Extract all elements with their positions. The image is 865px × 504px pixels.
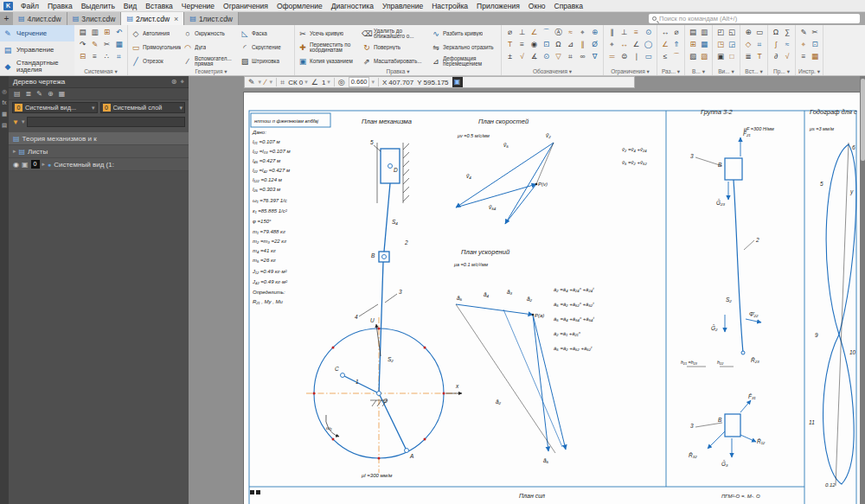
system-toolbar-icon[interactable]: ✂	[101, 39, 112, 50]
current-layer-combo[interactable]: 0Системный слой▾	[100, 102, 186, 113]
group-label-insert[interactable]: Вст... ▾	[740, 68, 767, 75]
constraint-tool-icon[interactable]: ∥	[606, 27, 618, 38]
constraint-tool-icon[interactable]: ↔	[618, 39, 630, 50]
toolbar-icon[interactable]: ⊞	[688, 39, 698, 50]
denotation-tool-icon[interactable]: ⊙	[541, 51, 552, 62]
tree-filter-input[interactable]	[27, 117, 185, 127]
toolbar-icon[interactable]: ▧	[688, 51, 698, 62]
toolbar-icon[interactable]: ≣	[743, 51, 753, 62]
geometry-tool-button[interactable]: ◇Автолиния	[131, 27, 181, 41]
edit-tool-button[interactable]: ✚Переместить по координатам	[298, 41, 360, 54]
group-label-display[interactable]: Ви... ▾	[713, 68, 740, 75]
toolbar-icon[interactable]: ⌗	[754, 39, 765, 50]
toolbar-icon[interactable]: ⌒	[671, 51, 682, 62]
denotation-tool-icon[interactable]: ⊕	[589, 27, 600, 38]
geometry-tool-button[interactable]: ╱Отрезок	[131, 54, 181, 68]
toolbar-icon[interactable]: ◲	[727, 39, 737, 50]
group-label-instruments[interactable]: Инстр. ▾	[796, 68, 823, 75]
denotation-tool-icon[interactable]: ≈	[565, 27, 576, 38]
system-toolbar-icon[interactable]: ↷	[77, 39, 88, 50]
grid-toggle-icon[interactable]: ⌗	[280, 77, 285, 87]
toolbar-icon[interactable]: ▦	[810, 51, 820, 62]
toolbar-icon[interactable]: ◇	[743, 39, 753, 50]
toolbar-icon[interactable]: ⊕	[743, 27, 753, 38]
system-toolbar-icon[interactable]: ↶	[113, 27, 125, 38]
tree-item-document[interactable]: ▤Теория механизмов и к	[9, 132, 189, 145]
system-toolbar-icon[interactable]: ✎	[89, 39, 100, 50]
group-label-applications[interactable]: Пр... ▾	[768, 68, 795, 75]
constraint-tool-icon[interactable]: ∣	[631, 51, 642, 62]
zoom-icon[interactable]: ◎	[338, 77, 345, 87]
filter-funnel-icon[interactable]: ▼	[12, 118, 19, 126]
toolbar-icon[interactable]: √	[782, 51, 792, 62]
toolbar-icon[interactable]: ≡	[798, 51, 809, 62]
constraint-tool-icon[interactable]: ⊜	[618, 51, 630, 62]
drawing-sheet-svg[interactable]: нптош п фжепнюіам вnбfаjПлан механизмаПл…	[244, 93, 862, 504]
constraint-tool-icon[interactable]: ▭	[643, 51, 654, 62]
menu-item[interactable]: Выделить	[77, 0, 119, 12]
denotation-tool-icon[interactable]: ⌗	[565, 51, 576, 62]
menu-item[interactable]: Приложения	[472, 0, 524, 12]
strip-search-icon[interactable]: ◎	[0, 88, 9, 94]
scale-combo[interactable]: 1▾	[322, 79, 330, 86]
new-document-button[interactable]: +	[0, 12, 13, 25]
toolbar-icon[interactable]: ∂	[771, 51, 781, 62]
pin-icon[interactable]: ⌖	[180, 78, 184, 86]
strip-fx-icon[interactable]: fx	[0, 99, 9, 105]
group-label-denotations[interactable]: Обозначения ▾	[502, 68, 603, 75]
drawing-canvas-area[interactable]: нптош п фжепнюіам вnбfаjПлан механизмаПл…	[189, 76, 865, 504]
denotation-tool-icon[interactable]: Ω	[553, 39, 564, 50]
eye-icon[interactable]: ◉	[13, 161, 19, 169]
zoom-level-combo[interactable]: 0.660▾	[349, 77, 375, 87]
geometry-tool-button[interactable]: ◺Фаска	[240, 27, 292, 41]
menu-item[interactable]: Настройка	[427, 0, 472, 12]
denotation-tool-icon[interactable]: ⊥	[516, 27, 528, 38]
denotation-tool-icon[interactable]: Ⓐ	[553, 27, 564, 38]
edit-tool-button[interactable]: ⇗Масштабировать...	[362, 54, 429, 68]
sidebar-item-drafting[interactable]: ✎Черчение	[0, 25, 74, 41]
constraint-tool-icon[interactable]: ⌖	[606, 39, 618, 50]
system-toolbar-icon[interactable]: ∴	[101, 51, 112, 62]
denotation-tool-icon[interactable]: ▽	[553, 51, 564, 62]
constraint-tool-icon[interactable]: ═	[606, 51, 618, 62]
toolbar-icon[interactable]: ⌖	[798, 39, 809, 50]
toolbar-icon[interactable]: ⌀	[671, 27, 682, 38]
menu-item[interactable]: Черчение	[177, 0, 219, 12]
edit-tool-button[interactable]: ↻Повернуть	[362, 41, 429, 54]
constraint-tool-icon[interactable]: ∠	[631, 39, 642, 50]
denotation-tool-icon[interactable]: ±	[504, 51, 516, 62]
system-toolbar-icon[interactable]: ≡	[89, 51, 100, 62]
tab-3list[interactable]: ▤3лист.cdw	[67, 12, 122, 25]
tree-tool-icon[interactable]: ▤	[14, 90, 21, 98]
toolbar-icon[interactable]: ▣	[715, 51, 726, 62]
toolbar-icon[interactable]: ∫	[771, 39, 781, 50]
style-pencil-icon[interactable]: ✎	[248, 77, 255, 87]
toolbar-icon[interactable]: ◰	[715, 27, 726, 38]
menu-item[interactable]: Вставка	[141, 0, 177, 12]
menu-item[interactable]: Правка	[43, 0, 77, 12]
group-label-system[interactable]: Системная ▾	[74, 68, 127, 75]
system-toolbar-icon[interactable]: ▥	[89, 27, 100, 38]
system-toolbar-icon[interactable]: ⊞	[101, 27, 112, 38]
tab-2list-active[interactable]: ▤2лист.cdw×	[121, 12, 184, 25]
edit-tool-button[interactable]: ✂Усечь кривую	[298, 27, 360, 41]
denotation-tool-icon[interactable]: ≡	[516, 39, 528, 50]
tree-tool-icon[interactable]: ≣	[26, 90, 32, 98]
toolbar-icon[interactable]: Т	[754, 51, 765, 62]
denotation-tool-icon[interactable]: ∇	[589, 51, 600, 62]
tab-1list[interactable]: ▤1лист.cdw	[184, 12, 239, 25]
system-toolbar-icon[interactable]: ⊟	[77, 51, 88, 62]
tree-item-sheets[interactable]: ▸▤Листы	[9, 145, 189, 158]
drawing-sheet[interactable]: нптош п фжепнюіам вnбfаjПлан механизмаПл…	[244, 93, 862, 504]
menu-item[interactable]: Справка	[550, 0, 587, 12]
denotation-tool-icon[interactable]: ⌒	[541, 27, 552, 38]
gear-icon[interactable]: ⊛	[171, 78, 177, 86]
tree-tool-icon[interactable]: ⊕	[48, 90, 54, 98]
geometry-tool-button[interactable]: ▭Прямоугольник	[131, 41, 181, 54]
geometry-tool-button[interactable]: ◠Дуга	[183, 41, 238, 54]
panel-toggle-button[interactable]: ▣	[452, 77, 463, 87]
menu-item[interactable]: Окно	[524, 0, 550, 12]
scrollbar-thumb[interactable]	[861, 79, 865, 161]
toolbar-icon[interactable]: Ω	[771, 27, 781, 38]
group-label-dimensions[interactable]: Раз... ▾	[657, 68, 684, 75]
